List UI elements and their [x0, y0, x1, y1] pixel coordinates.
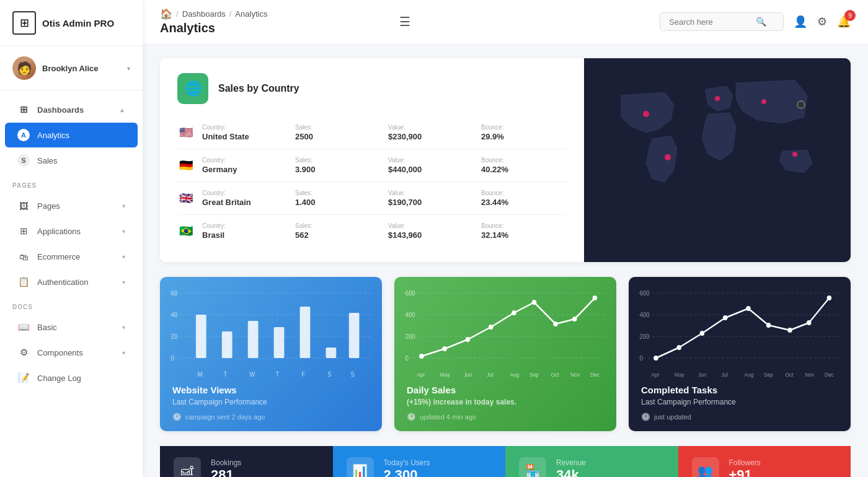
completed-tasks-chart: 600 400 200 0 Apr	[629, 277, 851, 376]
auth-icon: 📋	[17, 276, 30, 288]
completed-tasks-subtitle: Last Campaign Performance	[641, 398, 838, 406]
sidebar-item-changelog[interactable]: 📝 Change Log	[5, 365, 138, 390]
svg-point-6	[792, 152, 797, 157]
stat-card: 📊 Today's Users 2,300	[333, 446, 506, 477]
sidebar-item-sales[interactable]: S Sales	[5, 148, 138, 173]
card-header: 🌐 Sales by Country	[177, 73, 567, 104]
chevron-down-icon: ▾	[122, 324, 125, 331]
sidebar-item-components[interactable]: ⚙ Components ▾	[5, 340, 138, 365]
stat-value: +91	[729, 467, 838, 477]
svg-point-64	[676, 345, 681, 350]
svg-text:400: 400	[405, 312, 415, 318]
bounce-col: Bounce: 23.44%	[481, 190, 567, 207]
svg-point-43	[553, 322, 557, 326]
sidebar-item-ecommerce[interactable]: 🛍 Ecommerce ▾	[5, 244, 138, 269]
svg-rect-17	[248, 321, 259, 358]
daily-sales-subtitle: (+15%) increase in today sales.	[407, 398, 604, 406]
dashboard-icon: ⊞	[17, 103, 30, 116]
sidebar-item-basic[interactable]: 📖 Basic ▾	[5, 315, 138, 339]
breadcrumb-sep2: /	[229, 9, 232, 19]
sales-col: Sales: 562	[295, 222, 381, 240]
table-row: 🇺🇸 Country: United State Sales: 2500 Val…	[177, 116, 567, 149]
sidebar-item-label: Basic	[37, 323, 115, 332]
search-input[interactable]	[669, 17, 756, 27]
svg-text:F: F	[301, 371, 305, 378]
country-col: Country: Brasil	[202, 222, 288, 240]
sidebar-item-analytics[interactable]: A Analytics	[5, 123, 138, 147]
sales-icon: S	[17, 154, 30, 167]
completed-tasks-title: Completed Tasks	[641, 385, 838, 395]
website-views-title: Website Views	[172, 385, 370, 395]
svg-rect-15	[196, 315, 206, 358]
menu-toggle-button[interactable]: ☰	[393, 12, 417, 32]
daily-sales-card: 600 400 200 0	[394, 277, 616, 431]
svg-point-5	[665, 154, 671, 160]
svg-text:0: 0	[405, 355, 409, 362]
svg-text:W: W	[250, 371, 256, 378]
svg-point-39	[466, 337, 470, 342]
website-views-footer: Website Views Last Campaign Performance …	[160, 376, 382, 431]
card-title: Sales by Country	[218, 83, 299, 94]
svg-rect-20	[326, 348, 336, 358]
sidebar-item-applications[interactable]: ⊞ Applications ▾	[5, 219, 138, 243]
stat-value: 281	[211, 467, 319, 477]
breadcrumb-dashboards[interactable]: Dashboards	[182, 9, 226, 19]
user-name: Brooklyn Alice	[42, 64, 121, 73]
svg-text:Oct: Oct	[786, 372, 794, 378]
chevron-down-icon: ▾	[122, 203, 125, 209]
svg-text:T: T	[224, 371, 228, 378]
svg-text:May: May	[440, 372, 450, 378]
sidebar-item-authentication[interactable]: 📋 Authentication ▾	[5, 269, 138, 294]
breadcrumb-analytics: Analytics	[235, 9, 267, 19]
svg-text:Jul: Jul	[487, 372, 494, 378]
ecommerce-icon: 🛍	[17, 250, 30, 263]
app-name: Otis Admin PRO	[42, 18, 114, 28]
components-icon: ⚙	[17, 346, 30, 359]
chart-row: 60 40 20 0 M T	[160, 277, 851, 431]
value-col: Value: $190,700	[388, 190, 474, 207]
clock-icon: 🕐	[407, 413, 416, 421]
changelog-icon: 📝	[17, 372, 30, 384]
notifications-button[interactable]: 🔔 9	[837, 15, 851, 28]
stat-card: 👥 Followers +91	[678, 446, 851, 477]
svg-text:600: 600	[640, 290, 650, 297]
svg-point-68	[766, 323, 771, 328]
world-map	[584, 58, 851, 232]
sidebar-item-label: Analytics	[37, 131, 125, 140]
svg-text:May: May	[675, 372, 684, 378]
sales-col: Sales: 2500	[295, 124, 381, 141]
svg-text:Dec: Dec	[590, 372, 600, 378]
svg-rect-18	[274, 327, 285, 358]
notification-badge: 9	[844, 10, 856, 21]
svg-point-3	[761, 99, 766, 104]
svg-text:Apr: Apr	[417, 372, 425, 378]
sidebar-item-pages[interactable]: 🖼 Pages ▾	[5, 193, 138, 218]
stat-label: Followers	[729, 458, 838, 467]
applications-icon: ⊞	[17, 225, 30, 237]
stat-info: Revenue 34k	[556, 458, 665, 477]
breadcrumb-home-icon: 🏠	[160, 8, 172, 20]
profile-button[interactable]: 👤	[794, 15, 807, 28]
svg-point-1	[643, 111, 649, 117]
daily-sales-title: Daily Sales	[407, 385, 604, 395]
search-box[interactable]: 🔍	[660, 12, 784, 31]
sidebar-item-label: Change Log	[37, 374, 125, 383]
docs-section-label: DOCS	[0, 295, 143, 314]
svg-text:Sep: Sep	[529, 372, 539, 378]
sidebar-nav: ⊞ Dashboards ▲ A Analytics S Sales PAGES…	[0, 90, 143, 477]
sidebar-item-dashboards[interactable]: ⊞ Dashboards ▲	[5, 97, 138, 122]
svg-point-70	[807, 320, 811, 325]
breadcrumb: 🏠 / Dashboards / Analytics	[160, 8, 267, 20]
sidebar-item-label: Ecommerce	[37, 252, 115, 261]
user-profile[interactable]: 🧑 Brooklyn Alice ▾	[0, 46, 143, 90]
stat-info: Today's Users 2,300	[384, 458, 492, 477]
sidebar-item-label: Sales	[37, 156, 125, 165]
daily-sales-chart: 600 400 200 0	[394, 277, 616, 376]
svg-point-44	[572, 317, 577, 322]
bounce-col: Bounce: 29.9%	[481, 124, 567, 141]
svg-text:Oct: Oct	[551, 372, 560, 378]
svg-text:200: 200	[640, 333, 650, 340]
settings-button[interactable]: ⚙	[817, 15, 827, 28]
completed-tasks-card: 600 400 200 0 Apr	[629, 277, 851, 431]
svg-text:40: 40	[171, 312, 177, 318]
